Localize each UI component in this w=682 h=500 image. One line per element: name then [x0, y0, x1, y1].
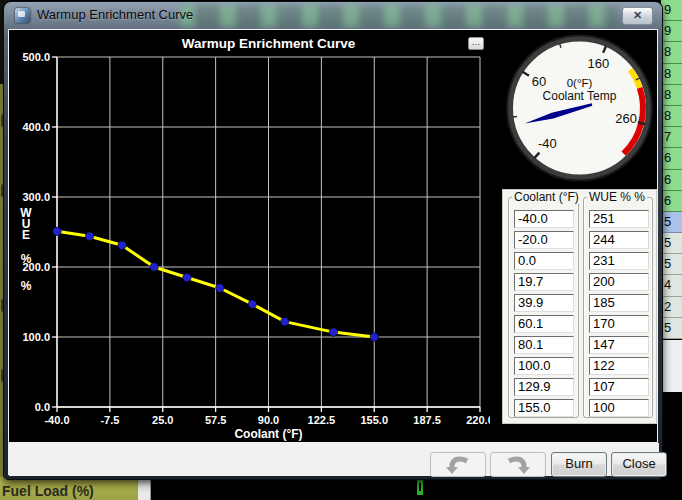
coolant-cell-1[interactable]: -20.0	[514, 231, 574, 249]
background-scrollbar-nub	[137, 478, 151, 500]
background-cell: 8	[661, 42, 682, 63]
curve-values-panel: Coolant (°F) -40.0-20.00.019.739.960.180…	[502, 189, 657, 424]
svg-text:500.0: 500.0	[22, 51, 50, 63]
background-cell: 7	[661, 127, 682, 148]
dialog-client-area: Warmup Enrichment Curve … 0.0100.0200.03…	[8, 29, 658, 475]
redo-arrow-icon	[503, 456, 533, 475]
coolant-groupbox: Coolant (°F) -40.0-20.00.019.739.960.180…	[508, 197, 579, 418]
titlebar[interactable]: Warmup Enrichment Curve ✕	[4, 2, 662, 29]
background-cell: 4	[661, 275, 682, 296]
wue-cell-9[interactable]: 100	[589, 399, 649, 417]
undo-button[interactable]	[430, 452, 486, 477]
svg-text:%: %	[21, 279, 32, 293]
background-cell: 5	[661, 254, 682, 275]
redo-button[interactable]	[490, 452, 546, 477]
svg-text:-40.0: -40.0	[44, 414, 69, 426]
button-bar: Burn Close	[9, 443, 659, 476]
svg-text:122.5: 122.5	[308, 414, 336, 426]
background-cell: 8	[661, 64, 682, 85]
svg-text:160: 160	[588, 56, 610, 71]
titlebar-glass-reflection	[179, 5, 619, 27]
wue-cell-7[interactable]: 122	[589, 357, 649, 375]
svg-text:100.0: 100.0	[22, 331, 50, 343]
coolant-cell-6[interactable]: 80.1	[514, 336, 574, 354]
svg-text:90.0: 90.0	[258, 414, 279, 426]
svg-text:-40: -40	[538, 136, 557, 151]
wue-cell-1[interactable]: 244	[589, 231, 649, 249]
coolant-cell-4[interactable]: 39.9	[514, 294, 574, 312]
background-filler	[661, 340, 682, 392]
svg-text:400.0: 400.0	[22, 121, 50, 133]
coolant-cell-7[interactable]: 100.0	[514, 357, 574, 375]
background-table-strip: 9988887666555425	[661, 0, 682, 500]
burn-button[interactable]: Burn	[551, 452, 607, 477]
background-cell: 9	[661, 0, 682, 21]
wue-cell-5[interactable]: 170	[589, 315, 649, 333]
chart-expand-button[interactable]: …	[468, 37, 484, 50]
wue-cell-8[interactable]: 107	[589, 378, 649, 396]
background-cell: 2	[661, 297, 682, 318]
background-green-glyph	[417, 479, 423, 495]
window-title: Warmup Enrichment Curve	[37, 7, 193, 22]
svg-text:260: 260	[615, 111, 637, 126]
background-fuel-load-label: Fuel Load (%)	[2, 483, 94, 499]
wue-cell-2[interactable]: 231	[589, 252, 649, 270]
coolant-temp-gauge: -4060160260 0(°F) Coolant Temp	[493, 30, 661, 188]
background-cell: 5	[661, 212, 682, 233]
background-cell: 5	[661, 233, 682, 254]
app-icon	[15, 8, 30, 23]
background-cell: 6	[661, 191, 682, 212]
svg-text:57.5: 57.5	[205, 414, 226, 426]
coolant-cell-3[interactable]: 19.7	[514, 273, 574, 291]
gauge-title: Coolant Temp	[543, 89, 617, 103]
svg-text:%: %	[21, 252, 32, 266]
svg-text:Coolant (°F): Coolant (°F)	[234, 427, 302, 441]
gauge-value-label: 0(°F)	[567, 77, 593, 89]
content-panel: Warmup Enrichment Curve … 0.0100.0200.03…	[9, 30, 657, 442]
coolant-cell-5[interactable]: 60.1	[514, 315, 574, 333]
wue-cell-0[interactable]: 251	[589, 210, 649, 228]
background-cell: 5	[661, 318, 682, 339]
chart-title: Warmup Enrichment Curve	[57, 36, 480, 51]
svg-text:E: E	[22, 228, 30, 242]
background-cell: 6	[661, 148, 682, 169]
svg-text:300.0: 300.0	[22, 191, 50, 203]
warmup-enrichment-dialog: Warmup Enrichment Curve ✕ Warmup Enrichm…	[4, 2, 662, 479]
svg-text:25.0: 25.0	[152, 414, 173, 426]
wue-cell-3[interactable]: 200	[589, 273, 649, 291]
coolant-column-header: Coolant (°F)	[512, 190, 581, 204]
svg-text:-7.5: -7.5	[100, 414, 119, 426]
svg-text:220.0: 220.0	[466, 414, 490, 426]
background-cell: 8	[661, 85, 682, 106]
wue-groupbox: WUE % % 251244231200185170147122107100	[583, 197, 653, 418]
coolant-cell-2[interactable]: 0.0	[514, 252, 574, 270]
undo-arrow-icon	[443, 456, 473, 475]
coolant-cell-0[interactable]: -40.0	[514, 210, 574, 228]
coolant-cell-9[interactable]: 155.0	[514, 399, 574, 417]
wue-cell-4[interactable]: 185	[589, 294, 649, 312]
warmup-curve-chart[interactable]: Warmup Enrichment Curve … 0.0100.0200.03…	[12, 31, 490, 441]
background-cell: 9	[661, 21, 682, 42]
svg-text:155.0: 155.0	[360, 414, 388, 426]
chart-plot[interactable]: 0.0100.0200.0300.0400.0500.0-40.0-7.525.…	[12, 31, 490, 441]
svg-text:187.5: 187.5	[413, 414, 441, 426]
close-button[interactable]: Close	[611, 452, 667, 477]
background-cell: 6	[661, 170, 682, 191]
svg-text:0.0: 0.0	[35, 401, 50, 413]
wue-cell-6[interactable]: 147	[589, 336, 649, 354]
svg-text:60: 60	[532, 74, 546, 89]
background-cell: 8	[661, 106, 682, 127]
close-icon[interactable]: ✕	[622, 7, 653, 25]
coolant-cell-8[interactable]: 129.9	[514, 378, 574, 396]
wue-column-header: WUE % %	[587, 190, 647, 204]
